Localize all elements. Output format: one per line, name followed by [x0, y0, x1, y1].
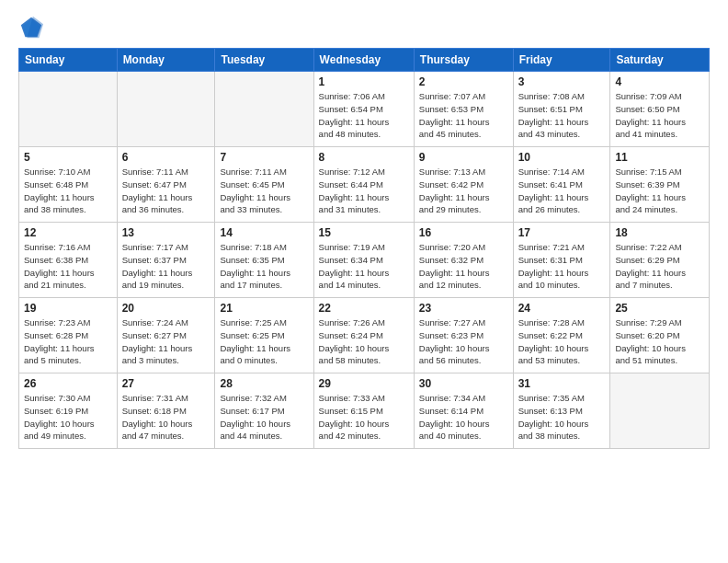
- col-header-tuesday: Tuesday: [215, 49, 313, 72]
- calendar: SundayMondayTuesdayWednesdayThursdayFrid…: [18, 48, 710, 449]
- logo-icon: [18, 15, 44, 40]
- calendar-cell: 21Sunrise: 7:25 AM Sunset: 6:25 PM Dayli…: [215, 298, 313, 373]
- calendar-cell: 12Sunrise: 7:16 AM Sunset: 6:38 PM Dayli…: [19, 223, 118, 298]
- day-number: 2: [419, 75, 508, 88]
- day-info: Sunrise: 7:28 AM Sunset: 6:22 PM Dayligh…: [518, 316, 606, 367]
- day-info: Sunrise: 7:33 AM Sunset: 6:15 PM Dayligh…: [319, 392, 409, 442]
- day-number: 14: [220, 226, 308, 239]
- day-number: 29: [319, 377, 409, 390]
- calendar-cell: [19, 72, 118, 147]
- calendar-cell: 11Sunrise: 7:15 AM Sunset: 6:39 PM Dayli…: [610, 147, 710, 223]
- calendar-cell: 3Sunrise: 7:08 AM Sunset: 6:51 PM Daylig…: [513, 72, 610, 147]
- day-info: Sunrise: 7:34 AM Sunset: 6:14 PM Dayligh…: [419, 392, 508, 442]
- day-info: Sunrise: 7:24 AM Sunset: 6:27 PM Dayligh…: [122, 316, 210, 367]
- calendar-cell: 9Sunrise: 7:13 AM Sunset: 6:42 PM Daylig…: [414, 147, 513, 223]
- day-info: Sunrise: 7:11 AM Sunset: 6:45 PM Dayligh…: [220, 166, 308, 216]
- col-header-sunday: Sunday: [19, 49, 118, 72]
- calendar-cell: 23Sunrise: 7:27 AM Sunset: 6:23 PM Dayli…: [414, 298, 513, 373]
- calendar-cell: 29Sunrise: 7:33 AM Sunset: 6:15 PM Dayli…: [313, 373, 414, 449]
- calendar-cell: 13Sunrise: 7:17 AM Sunset: 6:37 PM Dayli…: [117, 223, 215, 298]
- calendar-cell: 20Sunrise: 7:24 AM Sunset: 6:27 PM Dayli…: [117, 298, 215, 373]
- day-info: Sunrise: 7:12 AM Sunset: 6:44 PM Dayligh…: [319, 166, 409, 216]
- day-info: Sunrise: 7:10 AM Sunset: 6:48 PM Dayligh…: [24, 166, 112, 216]
- col-header-saturday: Saturday: [610, 49, 710, 72]
- calendar-week-3: 19Sunrise: 7:23 AM Sunset: 6:28 PM Dayli…: [19, 298, 710, 373]
- calendar-cell: 14Sunrise: 7:18 AM Sunset: 6:35 PM Dayli…: [215, 223, 313, 298]
- day-number: 13: [122, 226, 210, 239]
- day-info: Sunrise: 7:06 AM Sunset: 6:54 PM Dayligh…: [319, 90, 409, 141]
- calendar-cell: 30Sunrise: 7:34 AM Sunset: 6:14 PM Dayli…: [414, 373, 513, 449]
- day-number: 25: [615, 302, 704, 315]
- calendar-cell: 24Sunrise: 7:28 AM Sunset: 6:22 PM Dayli…: [513, 298, 610, 373]
- day-info: Sunrise: 7:22 AM Sunset: 6:29 PM Dayligh…: [615, 241, 704, 292]
- calendar-cell: 4Sunrise: 7:09 AM Sunset: 6:50 PM Daylig…: [610, 72, 710, 147]
- day-number: 8: [319, 151, 409, 164]
- day-number: 6: [122, 151, 210, 164]
- calendar-header-row: SundayMondayTuesdayWednesdayThursdayFrid…: [19, 49, 710, 72]
- calendar-cell: 28Sunrise: 7:32 AM Sunset: 6:17 PM Dayli…: [215, 373, 313, 449]
- day-number: 28: [220, 377, 308, 390]
- calendar-cell: 7Sunrise: 7:11 AM Sunset: 6:45 PM Daylig…: [215, 147, 313, 223]
- day-info: Sunrise: 7:15 AM Sunset: 6:39 PM Dayligh…: [615, 166, 704, 216]
- day-info: Sunrise: 7:14 AM Sunset: 6:41 PM Dayligh…: [518, 166, 606, 216]
- day-number: 1: [319, 75, 409, 88]
- calendar-week-4: 26Sunrise: 7:30 AM Sunset: 6:19 PM Dayli…: [19, 373, 710, 449]
- day-info: Sunrise: 7:20 AM Sunset: 6:32 PM Dayligh…: [419, 241, 508, 292]
- day-info: Sunrise: 7:25 AM Sunset: 6:25 PM Dayligh…: [220, 316, 308, 367]
- day-number: 24: [518, 302, 606, 315]
- day-info: Sunrise: 7:19 AM Sunset: 6:34 PM Dayligh…: [319, 241, 409, 292]
- day-info: Sunrise: 7:35 AM Sunset: 6:13 PM Dayligh…: [518, 392, 606, 442]
- day-number: 5: [24, 151, 112, 164]
- day-number: 27: [122, 377, 210, 390]
- calendar-cell: [215, 72, 313, 147]
- day-number: 19: [24, 302, 112, 315]
- day-number: 16: [419, 226, 508, 239]
- calendar-cell: [610, 373, 710, 449]
- calendar-cell: 1Sunrise: 7:06 AM Sunset: 6:54 PM Daylig…: [313, 72, 414, 147]
- day-info: Sunrise: 7:30 AM Sunset: 6:19 PM Dayligh…: [24, 392, 112, 442]
- calendar-cell: 22Sunrise: 7:26 AM Sunset: 6:24 PM Dayli…: [313, 298, 414, 373]
- calendar-cell: 10Sunrise: 7:14 AM Sunset: 6:41 PM Dayli…: [513, 147, 610, 223]
- calendar-cell: 16Sunrise: 7:20 AM Sunset: 6:32 PM Dayli…: [414, 223, 513, 298]
- page: SundayMondayTuesdayWednesdayThursdayFrid…: [0, 0, 728, 563]
- header: [18, 15, 710, 40]
- calendar-cell: 26Sunrise: 7:30 AM Sunset: 6:19 PM Dayli…: [19, 373, 118, 449]
- calendar-week-1: 5Sunrise: 7:10 AM Sunset: 6:48 PM Daylig…: [19, 147, 710, 223]
- col-header-friday: Friday: [513, 49, 610, 72]
- day-number: 22: [319, 302, 409, 315]
- day-info: Sunrise: 7:23 AM Sunset: 6:28 PM Dayligh…: [24, 316, 112, 367]
- day-info: Sunrise: 7:26 AM Sunset: 6:24 PM Dayligh…: [319, 316, 409, 367]
- day-info: Sunrise: 7:07 AM Sunset: 6:53 PM Dayligh…: [419, 90, 508, 141]
- calendar-cell: 2Sunrise: 7:07 AM Sunset: 6:53 PM Daylig…: [414, 72, 513, 147]
- calendar-cell: 6Sunrise: 7:11 AM Sunset: 6:47 PM Daylig…: [117, 147, 215, 223]
- calendar-week-2: 12Sunrise: 7:16 AM Sunset: 6:38 PM Dayli…: [19, 223, 710, 298]
- day-number: 4: [615, 75, 704, 88]
- day-info: Sunrise: 7:29 AM Sunset: 6:20 PM Dayligh…: [615, 316, 704, 367]
- day-number: 7: [220, 151, 308, 164]
- calendar-cell: 15Sunrise: 7:19 AM Sunset: 6:34 PM Dayli…: [313, 223, 414, 298]
- day-number: 10: [518, 151, 606, 164]
- day-info: Sunrise: 7:13 AM Sunset: 6:42 PM Dayligh…: [419, 166, 508, 216]
- day-info: Sunrise: 7:18 AM Sunset: 6:35 PM Dayligh…: [220, 241, 308, 292]
- calendar-cell: 5Sunrise: 7:10 AM Sunset: 6:48 PM Daylig…: [19, 147, 118, 223]
- calendar-cell: 19Sunrise: 7:23 AM Sunset: 6:28 PM Dayli…: [19, 298, 118, 373]
- day-number: 21: [220, 302, 308, 315]
- day-info: Sunrise: 7:27 AM Sunset: 6:23 PM Dayligh…: [419, 316, 508, 367]
- day-number: 17: [518, 226, 606, 239]
- col-header-thursday: Thursday: [414, 49, 513, 72]
- col-header-monday: Monday: [117, 49, 215, 72]
- calendar-week-0: 1Sunrise: 7:06 AM Sunset: 6:54 PM Daylig…: [19, 72, 710, 147]
- calendar-cell: 31Sunrise: 7:35 AM Sunset: 6:13 PM Dayli…: [513, 373, 610, 449]
- calendar-cell: 25Sunrise: 7:29 AM Sunset: 6:20 PM Dayli…: [610, 298, 710, 373]
- day-info: Sunrise: 7:32 AM Sunset: 6:17 PM Dayligh…: [220, 392, 308, 442]
- day-number: 15: [319, 226, 409, 239]
- day-info: Sunrise: 7:11 AM Sunset: 6:47 PM Dayligh…: [122, 166, 210, 216]
- day-number: 30: [419, 377, 508, 390]
- day-info: Sunrise: 7:21 AM Sunset: 6:31 PM Dayligh…: [518, 241, 606, 292]
- day-number: 20: [122, 302, 210, 315]
- day-number: 26: [24, 377, 112, 390]
- day-number: 12: [24, 226, 112, 239]
- day-number: 9: [419, 151, 508, 164]
- day-number: 31: [518, 377, 606, 390]
- calendar-cell: 8Sunrise: 7:12 AM Sunset: 6:44 PM Daylig…: [313, 147, 414, 223]
